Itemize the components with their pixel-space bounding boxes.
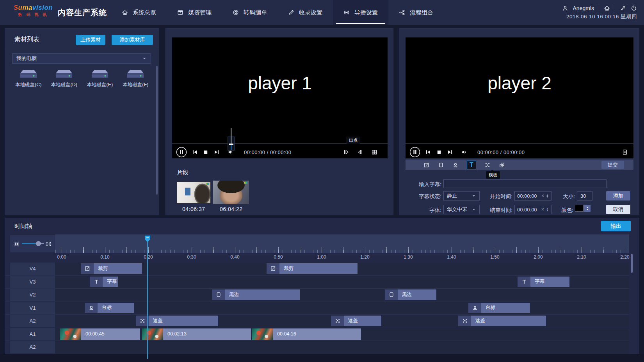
next-button[interactable] (213, 149, 220, 155)
disk-item-d[interactable]: 本地磁盘(D) (46, 69, 82, 88)
player2-right-controls (622, 147, 628, 158)
timeline-clip[interactable]: 黑边 (385, 289, 436, 300)
zoom-in-icon[interactable] (46, 241, 52, 247)
output-button[interactable]: 输出 (601, 221, 631, 231)
clip-label: 台标 (98, 304, 116, 311)
divider (5, 49, 159, 49)
disk-item-c[interactable]: 本地磁盘(C) (11, 69, 46, 88)
previous-button[interactable] (425, 149, 431, 155)
split-clip-button[interactable] (371, 149, 377, 155)
volume-slider-knob[interactable] (229, 144, 233, 145)
nav-item-system-overview[interactable]: 系统总览 (111, 0, 167, 25)
logo-icon (468, 303, 481, 313)
timeline-track-row: A2 (5, 341, 629, 354)
clear-icon[interactable]: × (541, 207, 544, 212)
timeline-clip[interactable]: 字幕 (90, 277, 118, 287)
disk-icon (55, 69, 73, 79)
font-select[interactable]: 华文中宋 (443, 205, 480, 214)
home-button-icon[interactable] (604, 5, 610, 11)
location-dropdown[interactable]: 我的电脑 (12, 53, 151, 64)
volume-button[interactable] (461, 149, 467, 155)
clip-label: 字幕 (530, 278, 549, 285)
spinner-arrows-icon[interactable]: ▲▼ (546, 208, 549, 211)
nav-item-media-management[interactable]: 媒资管理 (167, 0, 222, 25)
pause-button[interactable] (409, 147, 420, 158)
playhead-line (147, 242, 148, 359)
ruler-label: 1:30 (397, 254, 420, 260)
pause-button[interactable] (176, 147, 187, 158)
timeline-clip[interactable]: 裁剪 (81, 263, 142, 274)
timeline-clip[interactable]: 遮盖 (331, 316, 381, 326)
color-spinner-icon[interactable]: ▲▼ (584, 205, 591, 212)
nav-item-director-settings[interactable]: 导播设置 (333, 0, 388, 25)
template-tool-icon[interactable] (499, 162, 505, 168)
player2-progress-bar[interactable] (406, 144, 633, 144)
disk-item-f[interactable]: 本地磁盘(F) (118, 69, 154, 88)
scrollbar[interactable] (156, 66, 158, 195)
timeline-clip[interactable]: 00:02:13 (142, 328, 251, 340)
template-tooltip: 模板 (486, 171, 500, 179)
zoom-slider-knob[interactable] (36, 241, 41, 246)
timeline-clip[interactable]: 台标 (85, 303, 134, 313)
timeline-clip[interactable]: 字幕 (518, 277, 569, 287)
subtitle-tool-icon[interactable]: T (467, 161, 476, 169)
clip-thumbnail-1[interactable] (177, 182, 210, 203)
station-logo-tool-icon[interactable] (452, 162, 459, 168)
in-point-button[interactable] (343, 149, 349, 155)
timeline-clip[interactable]: 黑边 (212, 289, 300, 300)
volume-slider-track (231, 128, 231, 144)
timeline-clip[interactable]: 遮盖 (458, 316, 546, 326)
color-swatch[interactable] (575, 205, 584, 212)
volume-button[interactable] (228, 149, 234, 155)
playlist-icon[interactable] (622, 149, 628, 155)
track-label: V4 (10, 263, 55, 275)
timeline-clip[interactable]: 裁剪 (267, 263, 358, 274)
add-button[interactable]: 添加 (606, 191, 630, 201)
disk-item-e[interactable]: 本地磁盘(E) (82, 69, 118, 88)
mask-tool-icon[interactable] (484, 162, 491, 168)
timeline-clip[interactable]: 00:04:16 (252, 328, 361, 340)
nav-item-record-settings[interactable]: 收录设置 (278, 0, 333, 25)
add-library-button[interactable]: 添加素材库 (112, 35, 153, 45)
submit-button[interactable]: 提交 (601, 161, 624, 169)
mask-icon (331, 316, 344, 326)
power-icon[interactable] (631, 5, 637, 11)
zoom-slider[interactable] (22, 243, 44, 244)
size-input[interactable] (577, 191, 592, 201)
settings-wrench-icon[interactable] (620, 5, 626, 11)
spinner-arrows-icon[interactable]: ▲▼ (546, 194, 549, 198)
subtitle-text-input[interactable] (443, 179, 607, 188)
black-border-tool-icon[interactable] (438, 162, 444, 168)
timeline-ruler[interactable] (55, 234, 629, 253)
nav-item-label: 收录设置 (299, 9, 322, 16)
out-point-button[interactable] (357, 149, 363, 155)
previous-button[interactable] (192, 149, 198, 155)
stop-button[interactable] (436, 149, 442, 155)
next-button[interactable] (447, 149, 453, 155)
cancel-button[interactable]: 取消 (606, 205, 630, 214)
timeline-clip[interactable]: 00:00:45 (60, 328, 140, 340)
transcode-icon (233, 9, 239, 16)
timeline-track-row: V1台标台标 (5, 302, 629, 315)
clear-icon[interactable]: × (541, 193, 544, 199)
ruler-label: 0:10 (93, 254, 117, 260)
end-time-spinbox[interactable]: 00:00:00 × ▲▼ (514, 205, 551, 214)
player2-controls: 00:00:00 / 00:00:00 (409, 147, 525, 158)
stop-button[interactable] (203, 149, 209, 155)
font-value: 华文中宋 (447, 206, 467, 213)
timeline-clip[interactable]: 台标 (468, 303, 530, 313)
disk-icon (20, 69, 37, 79)
timeline-scrollbar[interactable] (631, 254, 633, 273)
zoom-out-icon[interactable] (14, 241, 20, 247)
disk-label: 本地磁盘(E) (87, 82, 113, 88)
start-time-spinbox[interactable]: 00:00:00 × ▲▼ (514, 191, 551, 201)
subtitle-state-select[interactable]: 静止 (443, 191, 480, 201)
upload-material-button[interactable]: 上传素材 (76, 35, 105, 45)
nav-item-flow-combination[interactable]: 流程组合 (388, 0, 444, 25)
ruler-label: 0:30 (180, 254, 203, 260)
clip-thumbnail-2[interactable] (213, 181, 249, 204)
font-label: 字体: (421, 207, 441, 214)
nav-item-transcode[interactable]: 转码编单 (222, 0, 278, 25)
timeline-clip[interactable]: 遮盖 (136, 316, 218, 326)
crop-tool-icon[interactable] (423, 162, 430, 168)
